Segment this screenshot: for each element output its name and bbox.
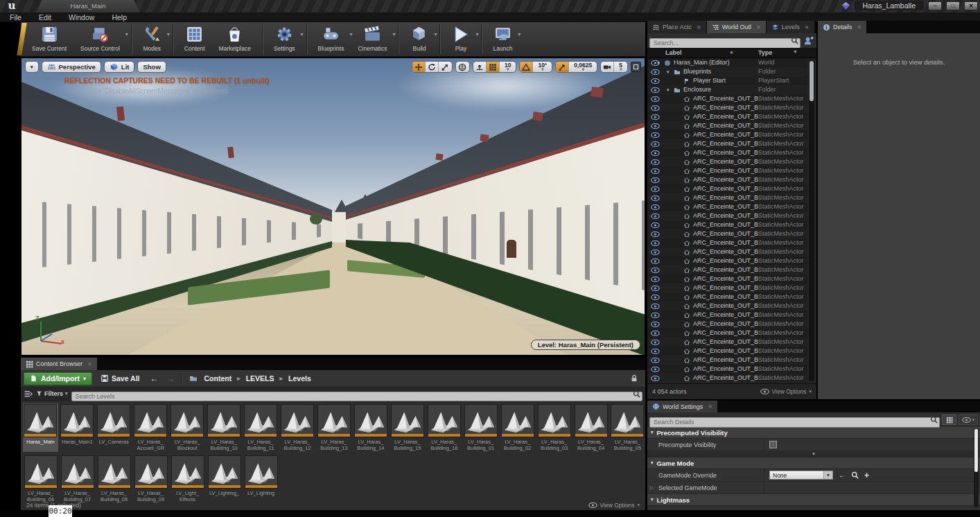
visibility-eye-icon[interactable] [651, 349, 660, 354]
visibility-eye-icon[interactable] [651, 358, 660, 363]
show-button[interactable]: Show [137, 61, 166, 73]
close-icon[interactable]: ✕ [857, 24, 862, 30]
save-all-button[interactable]: Save All [96, 372, 143, 385]
section-lightmass[interactable]: ▾Lightmass [647, 494, 980, 506]
outliner-row[interactable]: ARC_Enceinte_OUT_Barri StaticMeshActor [647, 374, 807, 383]
rotation-snap-value[interactable]: 10°▾ [533, 62, 552, 72]
visibility-eye-icon[interactable] [651, 376, 660, 381]
outliner-row[interactable]: ARC_Enceinte_OUT_Barri StaticMeshActor [647, 365, 807, 374]
settings-scrollbar[interactable] [974, 428, 979, 507]
visibility-eye-icon[interactable] [651, 213, 660, 219]
cb-view-options-button[interactable]: View Options ▾ [588, 502, 640, 509]
outliner-column-header[interactable]: Label▲ Type▼ [647, 48, 816, 58]
outliner-row[interactable]: ARC_Enceinte_OUT_Barri StaticMeshActor [647, 211, 807, 220]
outliner-row[interactable]: ARC_Enceinte_OUT_Barri StaticMeshActor [647, 202, 807, 211]
dropdown-caret-icon[interactable]: ▾ [475, 31, 478, 37]
visibility-eye-icon[interactable] [651, 286, 660, 291]
asset-tile-lv-haras-building-08[interactable]: LV_Haras_Building_08 [96, 455, 132, 503]
tab-details[interactable]: Details ✕ [818, 21, 867, 33]
outliner-row[interactable]: ▾ Haras_Main (Editor) World [647, 58, 807, 67]
visibility-eye-icon[interactable] [651, 322, 660, 327]
visibility-eye-icon[interactable] [651, 186, 660, 192]
toolbar-button-blueprints[interactable]: ▾ Blueprints [311, 24, 351, 55]
outliner-row[interactable]: ARC_Enceinte_OUT_Barri StaticMeshActor [647, 247, 807, 256]
outliner-scrollbar[interactable] [809, 60, 814, 381]
asset-tile-haras-main1[interactable]: Haras_Main1 [60, 403, 95, 452]
visibility-eye-icon[interactable] [651, 295, 660, 300]
dropdown-caret-icon[interactable]: ▾ [125, 31, 128, 37]
visibility-eye-icon[interactable] [651, 159, 660, 165]
visibility-eye-icon[interactable] [651, 69, 660, 75]
asset-tile-lv-haras-building-02[interactable]: LV_Haras_Building_02 [500, 403, 535, 452]
add-new-icon[interactable]: + [864, 471, 869, 480]
close-icon[interactable]: ✕ [756, 24, 761, 30]
visibility-eye-icon[interactable] [651, 304, 660, 309]
asset-tile-lv-lighting-[interactable]: LV_Lighting_ [207, 455, 242, 503]
visibility-eye-icon[interactable] [651, 177, 660, 183]
close-icon[interactable]: ✕ [87, 361, 92, 367]
outliner-row[interactable]: ARC_Enceinte_OUT_Barri StaticMeshActor [647, 301, 807, 310]
dropdown-caret-icon[interactable]: ▾ [518, 31, 520, 37]
asset-search-input[interactable] [71, 392, 642, 401]
outliner-row[interactable]: ARC_Enceinte_OUT_Barri StaticMeshActor [647, 103, 807, 112]
outliner-row[interactable]: ARC_Enceinte_OUT_Barri StaticMeshActor [647, 139, 807, 148]
asset-tile-lv-lighting[interactable]: LV_Lighting [243, 455, 279, 503]
visibility-eye-icon[interactable] [651, 87, 660, 93]
asset-tile-haras-main[interactable]: Haras_Main [23, 403, 58, 452]
grid-snap-button[interactable] [487, 62, 500, 72]
visibility-eye-icon[interactable] [651, 331, 660, 336]
rotate-tool-button[interactable] [426, 62, 439, 72]
visibility-eye-icon[interactable] [651, 78, 660, 84]
outliner-row[interactable]: ARC_Enceinte_OUT_Barri StaticMeshActor [647, 229, 807, 238]
visibility-eye-icon[interactable] [651, 168, 660, 174]
visibility-eye-icon[interactable] [651, 96, 660, 102]
perspective-button[interactable]: Perspective [42, 61, 101, 73]
asset-tile-lv-haras-building-03[interactable]: LV_Haras_Building_03 [536, 403, 572, 452]
menu-window[interactable]: Window [69, 13, 94, 21]
expander-arrow-icon[interactable]: ▾ [657, 58, 660, 67]
breadcrumb-content[interactable]: Content [204, 374, 231, 383]
outliner-row[interactable]: ▾ Blueprints Folder [647, 67, 807, 76]
expander-arrow-icon[interactable]: ▷ [650, 482, 654, 494]
back-button[interactable]: ← [148, 374, 160, 383]
camera-speed-button[interactable] [601, 62, 614, 72]
asset-tile-lv-haras-building-05[interactable]: LV_Haras_Building_05 [610, 403, 645, 452]
toolbar-button-launch[interactable]: ▾ Launch [486, 24, 519, 55]
asset-tile-lv-haras-building-11[interactable]: LV_Haras_Building_11 [243, 403, 279, 452]
toolbar-button-cinematics[interactable]: ▾ Cinematics [351, 24, 394, 55]
outliner-row[interactable]: ARC_Enceinte_OUT_Barri StaticMeshActor [647, 347, 807, 356]
camera-speed-value[interactable]: 5▾ [614, 62, 627, 72]
toolbar-button-marketplace[interactable]: Marketplace [212, 24, 258, 55]
visibility-eye-icon[interactable] [651, 150, 660, 156]
visibility-eye-icon[interactable] [651, 195, 660, 201]
asset-tile-lv-haras-accueil-gr[interactable]: LV_Haras_Accueil_GR [133, 403, 168, 452]
scale-snap-value[interactable]: 0,0625▾ [569, 62, 597, 72]
asset-tab-haras-main[interactable]: Haras_Main [36, 0, 140, 12]
category-expander[interactable]: ▼ [647, 451, 980, 457]
viewport[interactable]: ▾ Perspective Lit Show 10▾ 10°▾ 0,0625▾ … [21, 58, 645, 356]
lock-icon[interactable] [630, 374, 638, 383]
visibility-eye-icon[interactable] [651, 268, 660, 273]
outliner-row[interactable]: ARC_Enceinte_OUT_Barri StaticMeshActor [647, 256, 807, 265]
visibility-eye-icon[interactable] [651, 222, 660, 228]
outliner-row[interactable]: ARC_Enceinte_OUT_Barri StaticMeshActor [647, 283, 807, 292]
outliner-row[interactable]: ARC_Enceinte_OUT_Barri StaticMeshActor [647, 157, 807, 166]
outliner-row[interactable]: ARC_Enceinte_OUT_Barri StaticMeshActor [647, 292, 807, 301]
property-row-gamemode-override[interactable]: GameMode Override None▼ ← + [647, 469, 980, 482]
view-filter-button[interactable]: ▾ [959, 414, 978, 425]
outliner-row[interactable]: ARC_Enceinte_OUT_Barri StaticMeshActor [647, 220, 807, 229]
lit-mode-button[interactable]: Lit [104, 61, 135, 73]
scale-snap-button[interactable] [556, 62, 569, 72]
grid-snap-value[interactable]: 10▾ [500, 62, 516, 72]
outliner-row[interactable]: ARC_Enceinte_OUT_Barri StaticMeshActor [647, 121, 807, 130]
toolbar-button-play[interactable]: ▾ Play [444, 24, 477, 55]
visibility-eye-icon[interactable] [651, 313, 660, 318]
tab-content-browser[interactable]: Content Browser ✕ [21, 358, 98, 370]
section-precomputed-visibility[interactable]: ▾Precomputed Visibility [647, 427, 980, 439]
dropdown-caret-icon[interactable]: ▾ [392, 31, 395, 37]
dropdown-caret-icon[interactable]: ▾ [434, 31, 437, 37]
asset-tile-lv-haras-building-13[interactable]: LV_Haras_Building_13 [317, 403, 352, 452]
asset-tile-lv-haras-building-12[interactable]: LV_Haras_Building_12 [280, 403, 315, 452]
world-local-toggle[interactable] [456, 62, 469, 72]
outliner-row[interactable]: ARC_Enceinte_OUT_Barri StaticMeshActor [647, 310, 807, 319]
